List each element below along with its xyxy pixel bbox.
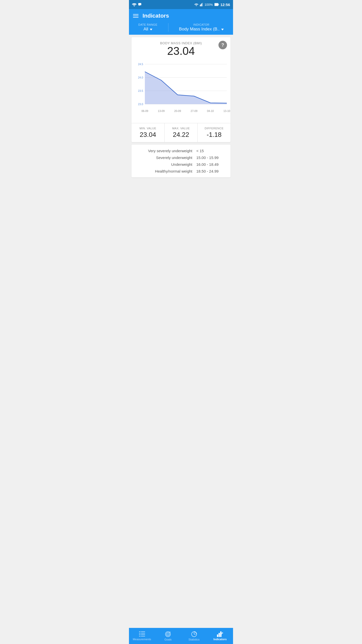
chart-title: BODY MASS INDEX (BMI) xyxy=(135,41,227,45)
difference-label: DIFFERENCE xyxy=(200,127,229,130)
svg-text:27-09: 27-09 xyxy=(191,109,197,112)
nav-goals[interactable]: Goals xyxy=(155,628,181,644)
nav-statistics[interactable]: Statistics xyxy=(181,628,207,644)
nav-measurements-label: Measurements xyxy=(133,638,151,641)
signal-icon xyxy=(132,3,137,6)
bmi-chart: 24.5 24.0 23.5 23.0 06-09 13-09 20-09 27… xyxy=(134,59,228,119)
svg-rect-39 xyxy=(217,634,218,637)
svg-rect-25 xyxy=(141,631,145,632)
signal-bars-icon xyxy=(200,3,203,6)
chart-area: 24.5 24.0 23.5 23.0 06-09 13-09 20-09 27… xyxy=(131,59,231,123)
bmi-range: 18.50 - 24.99 xyxy=(196,169,227,173)
svg-text:13-10: 13-10 xyxy=(223,109,230,112)
bottom-spacer xyxy=(131,180,231,197)
svg-point-42 xyxy=(222,632,223,633)
app-bar: Indicators DATE RANGE All INDICATOR Body… xyxy=(129,9,233,35)
chart-header: BODY MASS INDEX (BMI) 23.04 ? xyxy=(131,37,231,59)
indicator-value: Body Mass Index (B.. xyxy=(179,27,220,32)
indicator-label: INDICATOR xyxy=(193,23,209,26)
list-icon xyxy=(139,631,145,637)
bmi-category: Very severely underweight xyxy=(135,149,196,153)
svg-text:06-09: 06-09 xyxy=(142,109,148,112)
svg-rect-4 xyxy=(201,4,202,6)
wifi-icon xyxy=(194,3,198,6)
svg-rect-30 xyxy=(139,636,141,636)
svg-rect-31 xyxy=(141,636,145,636)
svg-point-0 xyxy=(134,6,135,6)
svg-rect-8 xyxy=(215,4,218,6)
battery-icon xyxy=(214,3,219,6)
menu-button[interactable] xyxy=(133,14,139,18)
date-range-label: DATE RANGE xyxy=(138,23,157,26)
svg-point-34 xyxy=(167,634,168,635)
svg-text:04-10: 04-10 xyxy=(207,109,214,112)
svg-rect-6 xyxy=(202,3,203,6)
date-range-dropdown[interactable]: DATE RANGE All xyxy=(138,23,157,32)
svg-rect-28 xyxy=(139,634,141,635)
svg-rect-24 xyxy=(139,631,141,632)
bmi-category: Underweight xyxy=(135,162,196,167)
svg-rect-3 xyxy=(200,5,201,6)
nav-indicators-label: Indicators xyxy=(213,638,227,641)
main-content: BODY MASS INDEX (BMI) 23.04 ? 24.5 24.0 … xyxy=(129,35,233,200)
bottom-nav: Measurements Goals Statistics Indicators xyxy=(129,628,233,644)
nav-statistics-label: Statistics xyxy=(189,638,200,641)
min-value: 23.04 xyxy=(133,131,162,139)
svg-text:20-09: 20-09 xyxy=(174,109,181,112)
difference-value: -1.18 xyxy=(200,131,229,139)
bmi-table-card: Very severely underweight < 15 Severely … xyxy=(131,145,231,177)
dropdowns-row: DATE RANGE All INDICATOR Body Mass Index… xyxy=(133,23,229,35)
svg-text:24.5: 24.5 xyxy=(138,63,143,66)
bmi-range: 15.00 - 15.99 xyxy=(196,155,227,160)
status-icons-left xyxy=(132,3,142,6)
clock: 12:56 xyxy=(220,3,230,7)
indicator-dropdown[interactable]: INDICATOR Body Mass Index (B.. xyxy=(179,23,224,32)
chart-area-fill xyxy=(145,72,227,104)
bmi-category: Healthy/normal weight xyxy=(135,169,196,173)
bmi-range: < 15 xyxy=(196,149,227,153)
nav-indicators[interactable]: Indicators xyxy=(207,628,233,644)
svg-text:13-09: 13-09 xyxy=(158,109,165,112)
svg-text:24.0: 24.0 xyxy=(138,76,143,79)
indicator-arrow xyxy=(221,29,224,30)
bmi-row: Severely underweight 15.00 - 15.99 xyxy=(135,155,227,160)
chart-card: BODY MASS INDEX (BMI) 23.04 ? 24.5 24.0 … xyxy=(131,37,231,142)
statistics-icon xyxy=(191,631,197,637)
nav-measurements[interactable]: Measurements xyxy=(129,628,155,644)
max-value-stat: MAX. VALUE 24.22 xyxy=(165,123,198,142)
svg-rect-1 xyxy=(138,3,141,5)
svg-rect-40 xyxy=(219,633,220,637)
chat-icon xyxy=(138,3,142,6)
chart-current-value: 23.04 xyxy=(135,45,227,57)
max-value-label: MAX. VALUE xyxy=(167,127,196,130)
svg-point-2 xyxy=(196,6,197,6)
goals-icon xyxy=(165,631,171,637)
indicators-icon xyxy=(217,631,223,637)
bmi-table: Very severely underweight < 15 Severely … xyxy=(131,145,231,177)
battery-percentage: 100% xyxy=(204,3,213,7)
app-title: Indicators xyxy=(143,13,169,19)
dropdown-divider xyxy=(168,23,168,32)
svg-text:23.0: 23.0 xyxy=(138,103,143,106)
svg-rect-29 xyxy=(141,634,145,635)
date-range-arrow xyxy=(150,29,152,30)
min-value-stat: MIN. VALUE 23.04 xyxy=(131,123,165,142)
svg-rect-26 xyxy=(139,633,141,633)
bmi-row: Very severely underweight < 15 xyxy=(135,149,227,153)
max-value: 24.22 xyxy=(167,131,196,139)
min-value-label: MIN. VALUE xyxy=(133,127,162,130)
svg-rect-5 xyxy=(202,3,202,6)
svg-rect-27 xyxy=(141,633,145,633)
bmi-range: 16.00 - 18.49 xyxy=(196,162,227,167)
svg-text:23.5: 23.5 xyxy=(138,89,143,92)
bmi-row: Healthy/normal weight 18.50 - 24.99 xyxy=(135,169,227,173)
status-icons-right: 100% 12:56 xyxy=(194,3,230,7)
svg-rect-9 xyxy=(218,4,219,5)
help-button[interactable]: ? xyxy=(218,41,227,49)
status-bar: 100% 12:56 xyxy=(129,0,233,9)
bmi-category: Severely underweight xyxy=(135,155,196,160)
stats-row: MIN. VALUE 23.04 MAX. VALUE 24.22 DIFFER… xyxy=(131,123,231,142)
bmi-row: Underweight 16.00 - 18.49 xyxy=(135,162,227,167)
nav-goals-label: Goals xyxy=(164,638,172,641)
difference-stat: DIFFERENCE -1.18 xyxy=(198,123,231,142)
